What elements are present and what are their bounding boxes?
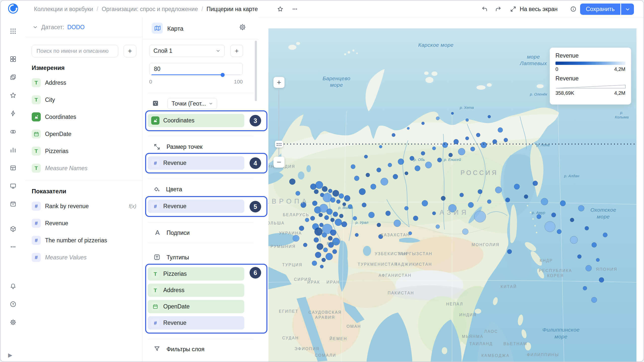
layer-select[interactable]: Слой 1: [149, 45, 225, 57]
map-bubble[interactable]: [541, 198, 548, 205]
map-bubble[interactable]: [591, 297, 597, 303]
map-bubble[interactable]: [570, 218, 574, 222]
field-city[interactable]: TCity: [32, 95, 136, 105]
opacity-slider[interactable]: 80: [149, 63, 243, 75]
map-bubble[interactable]: [324, 215, 329, 220]
map-bubble[interactable]: [392, 133, 395, 137]
map-bubble[interactable]: [570, 236, 578, 244]
map-bubble[interactable]: [405, 206, 409, 210]
map-bubble[interactable]: [507, 249, 512, 254]
map-bubble[interactable]: [319, 213, 323, 217]
field-pizzerias[interactable]: TPizzerias: [32, 146, 136, 156]
map-bubble[interactable]: [577, 255, 581, 259]
map-bubble[interactable]: [460, 193, 464, 197]
field-rank-by-revenue[interactable]: #Rank by revenuef(x): [32, 201, 136, 211]
map-bubble[interactable]: [470, 147, 475, 151]
chip-opendate[interactable]: OpenDate: [148, 300, 244, 313]
field-measure-names[interactable]: TMeasure Names: [32, 163, 136, 173]
map-bubble[interactable]: [378, 234, 383, 239]
map-bubble[interactable]: [314, 189, 318, 194]
save-dropdown-button[interactable]: [621, 4, 634, 15]
map-bubble[interactable]: [366, 173, 370, 177]
map-bubble[interactable]: [323, 248, 328, 252]
map-bubble[interactable]: [333, 190, 339, 197]
map-bubble[interactable]: [301, 202, 306, 208]
map-bubble[interactable]: [312, 201, 317, 206]
dataset-header[interactable]: Датасет: DODO: [26, 18, 142, 37]
map-bubble[interactable]: [437, 158, 442, 162]
map-bubble[interactable]: [336, 200, 340, 204]
help-icon[interactable]: ?: [7, 298, 19, 310]
more-icon[interactable]: [7, 241, 19, 253]
save-button[interactable]: Сохранить: [580, 4, 620, 15]
map-bubble[interactable]: [394, 220, 401, 227]
map-bubble[interactable]: [476, 133, 480, 137]
map-bubble[interactable]: [328, 242, 334, 248]
breadcrumb-item[interactable]: Организации: спрос и предложение: [102, 6, 198, 13]
map-bubble[interactable]: [436, 117, 439, 120]
field-coordinates[interactable]: Coordinates: [32, 112, 136, 122]
map-bubble[interactable]: [388, 163, 392, 167]
map-bubble[interactable]: [498, 127, 503, 132]
chip-revenue[interactable]: #Revenue: [148, 316, 244, 330]
chip-revenue[interactable]: #Revenue: [148, 200, 244, 213]
map-bubble[interactable]: [317, 243, 323, 250]
apps-grid-icon[interactable]: [7, 25, 19, 37]
slider-thumb[interactable]: [221, 73, 225, 77]
chip-coordinates[interactable]: Coordinates: [148, 114, 244, 127]
map-bubble[interactable]: [369, 212, 375, 218]
map-bubble[interactable]: [408, 232, 412, 235]
chart-settings-gear-icon[interactable]: [239, 23, 246, 31]
map-bubble[interactable]: [481, 142, 487, 148]
field-measure-values[interactable]: #Measure Values: [32, 253, 136, 262]
map-bubble[interactable]: [315, 252, 321, 258]
map-bubble[interactable]: [495, 187, 502, 193]
map-bubble[interactable]: [422, 122, 425, 125]
cube-icon[interactable]: [7, 223, 19, 235]
map-bubble[interactable]: [466, 118, 469, 121]
map-bubble[interactable]: [425, 162, 432, 168]
map-bubble[interactable]: [319, 223, 324, 227]
map-bubble[interactable]: [379, 145, 382, 148]
storage-box-icon[interactable]: [7, 198, 19, 210]
scrollbar[interactable]: [255, 41, 257, 101]
map-bubble[interactable]: [364, 155, 368, 158]
map-bubble[interactable]: [407, 127, 410, 130]
collapse-panel-icon[interactable]: ▶: [8, 352, 12, 358]
map-bubble[interactable]: [296, 191, 300, 196]
favorites-star-icon[interactable]: [7, 89, 19, 101]
map-bubble[interactable]: [339, 214, 343, 218]
map-bubble[interactable]: [557, 229, 561, 234]
map-bubble[interactable]: [359, 188, 366, 195]
collections-icon[interactable]: [7, 53, 19, 65]
dashboards-monitor-icon[interactable]: [7, 180, 19, 192]
more-actions-icon[interactable]: [289, 4, 300, 15]
chip-address[interactable]: TAddress: [148, 284, 244, 297]
map-bubble[interactable]: [578, 205, 584, 211]
settings-gear-icon[interactable]: [7, 316, 19, 328]
map-bubble[interactable]: [551, 213, 556, 217]
map-bubble[interactable]: [312, 261, 317, 266]
map-bubble[interactable]: [362, 203, 366, 207]
map-bubble[interactable]: [348, 204, 352, 209]
map-bubble[interactable]: [468, 202, 474, 208]
map-bubble[interactable]: [487, 200, 491, 204]
map-bubble[interactable]: [353, 216, 357, 220]
map-bubble[interactable]: [331, 218, 335, 222]
map-bubble[interactable]: [326, 253, 333, 260]
map-bubble[interactable]: [377, 168, 381, 172]
map-bubble[interactable]: [462, 229, 468, 235]
map-bubble[interactable]: [537, 214, 541, 219]
map-bubble[interactable]: [432, 147, 436, 150]
notifications-bell-icon[interactable]: [7, 280, 19, 292]
map-bubble[interactable]: [422, 200, 428, 206]
map-bubble[interactable]: [351, 164, 355, 169]
map-bubble[interactable]: [293, 235, 299, 242]
map-bubble[interactable]: [354, 176, 359, 181]
map-bubble[interactable]: [330, 197, 335, 202]
map-bubble[interactable]: [344, 195, 350, 201]
map-bubble[interactable]: [342, 203, 346, 206]
add-layer-button[interactable]: +: [230, 45, 243, 57]
undo-icon[interactable]: [479, 4, 490, 15]
map-bubble[interactable]: [441, 196, 446, 201]
